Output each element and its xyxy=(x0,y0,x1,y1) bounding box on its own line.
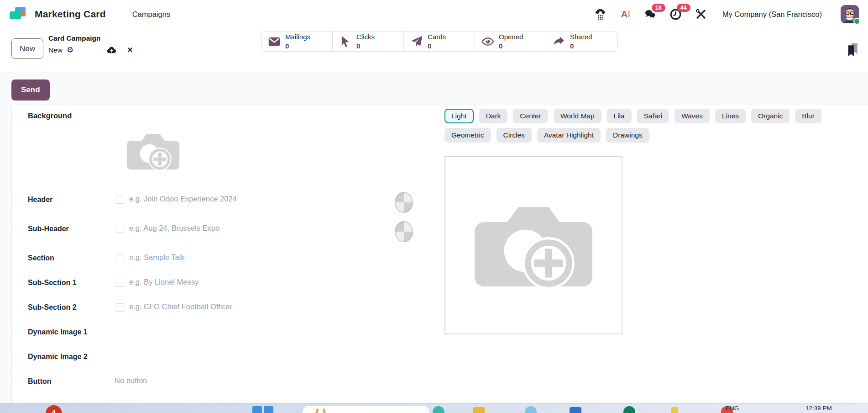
activity-clock-icon[interactable]: 44 xyxy=(669,8,682,21)
stat-button-clicks[interactable]: Clicks0 xyxy=(333,32,404,51)
field-row-sub-section-2: Sub-Section 2e.g. CFO Chief Football Off… xyxy=(28,302,439,327)
marketing-card-app-icon[interactable] xyxy=(9,6,27,22)
discard-x-icon[interactable]: ✕ xyxy=(127,46,133,54)
sub-section-2-input[interactable]: e.g. CFO Chief Football Officer xyxy=(129,302,232,311)
card-preview[interactable] xyxy=(444,156,622,334)
style-option-waves[interactable]: Waves xyxy=(675,109,710,123)
header-label: Header xyxy=(28,195,115,204)
sub-section-1-checkbox[interactable] xyxy=(116,279,124,287)
style-option-geometric[interactable]: Geometric xyxy=(444,128,491,143)
dynamic-image-2-label: Dynamic Image 2 xyxy=(28,352,115,361)
field-row-sub-section-1: Sub-Section 1e.g. By Lionel Messy xyxy=(28,278,439,302)
stat-label: Clicks xyxy=(356,32,375,42)
style-option-blur[interactable]: Blur xyxy=(795,109,821,123)
background-field-label: Background xyxy=(28,111,72,120)
section-label: Section xyxy=(28,253,115,262)
activity-badge: 44 xyxy=(677,4,690,12)
header-input[interactable]: e.g. Join Odoo Experience 2024 xyxy=(129,195,237,203)
stat-label: Shared xyxy=(570,32,592,42)
search-decor-icon-2 xyxy=(323,408,327,413)
field-row-button: ButtonNo button xyxy=(28,376,439,401)
sub-section-1-input[interactable]: e.g. By Lionel Messy xyxy=(129,278,199,286)
share-arrow-icon xyxy=(553,35,565,48)
taskbar-app-blue-icon[interactable] xyxy=(525,406,537,413)
menu-campaigns[interactable]: Campaigns xyxy=(132,10,170,19)
bookmark-icon[interactable] xyxy=(845,42,860,60)
style-option-lila[interactable]: Lila xyxy=(607,109,632,123)
stat-value: 0 xyxy=(285,42,310,51)
taskbar-app-green-icon[interactable] xyxy=(623,406,635,413)
style-option-drawings[interactable]: Drawings xyxy=(606,128,649,143)
style-option-organic[interactable]: Organic xyxy=(751,109,790,123)
field-row-header: Headere.g. Join Odoo Experience 2024 xyxy=(28,195,439,224)
sub-section-2-checkbox[interactable] xyxy=(116,303,124,312)
nav-left: Marketing Card Campaigns xyxy=(9,6,170,22)
taskbar-clock[interactable]: 12:39 PM xyxy=(805,405,832,412)
company-switcher[interactable]: My Company (San Francisco) xyxy=(722,10,822,19)
main-content: Send Background Headere.g. Join Odoo Exp… xyxy=(0,74,868,403)
taskbar-app-navy-icon[interactable] xyxy=(570,407,581,413)
cloud-save-icon[interactable] xyxy=(106,45,117,55)
stat-label: Mailings xyxy=(285,32,310,42)
tools-icon[interactable] xyxy=(695,8,707,21)
stat-buttons: Mailings0Clicks0Cards0Opened0Shared0 xyxy=(261,31,618,52)
sub-header-input[interactable]: e.g. Aug 24, Brussels Expo xyxy=(129,224,220,233)
new-button[interactable]: New xyxy=(11,38,43,59)
sub-header-checkbox[interactable] xyxy=(116,225,124,233)
form-fields: Headere.g. Join Odoo Experience 2024Sub-… xyxy=(28,195,439,401)
style-options: LightDarkCenterWorld MapLilaSafariWavesL… xyxy=(444,109,838,143)
style-option-circles[interactable]: Circles xyxy=(497,128,532,143)
section-input[interactable]: e.g. Sample Talk xyxy=(129,253,185,262)
field-row-dynamic-image-1: Dynamic Image 1 xyxy=(28,327,439,352)
gear-icon[interactable]: ⚙ xyxy=(67,46,73,54)
windows-start-icon-2[interactable] xyxy=(264,406,273,413)
field-row-dynamic-image-2: Dynamic Image 2 xyxy=(28,352,439,376)
windows-start-icon[interactable] xyxy=(252,406,262,413)
card-design-column: LightDarkCenterWorld MapLilaSafariWavesL… xyxy=(444,109,846,334)
envelope-icon xyxy=(268,35,281,48)
sub-header-color-picker[interactable] xyxy=(395,221,413,242)
button-value[interactable]: No button xyxy=(115,376,147,385)
section-checkbox[interactable] xyxy=(116,254,124,262)
stat-label: Opened xyxy=(499,32,523,42)
phone-icon[interactable] xyxy=(594,8,607,21)
stat-button-cards[interactable]: Cards0 xyxy=(404,32,475,51)
field-row-sub-header: Sub-Headere.g. Aug 24, Brussels Expo xyxy=(28,224,439,253)
header-checkbox[interactable] xyxy=(116,196,124,204)
background-upload-camera-icon[interactable] xyxy=(122,128,184,175)
field-row-section: Sectione.g. Sample Talk xyxy=(28,253,439,278)
chat-icon[interactable]: 18 xyxy=(644,8,657,21)
stat-value: 0 xyxy=(570,42,592,51)
style-option-dark[interactable]: Dark xyxy=(479,109,508,123)
taskbar-language[interactable]: ENG xyxy=(726,405,739,412)
stat-value: 0 xyxy=(428,42,446,51)
taskbar-search-box[interactable] xyxy=(303,406,429,413)
style-option-lines[interactable]: Lines xyxy=(715,109,746,123)
stat-button-mailings[interactable]: Mailings0 xyxy=(261,32,333,51)
ai-icon[interactable]: AI xyxy=(619,8,632,21)
taskbar-app-yellow-icon[interactable] xyxy=(671,407,678,413)
send-button[interactable]: Send xyxy=(11,79,50,101)
user-avatar[interactable] xyxy=(841,5,859,23)
taskbar-app-teal-icon[interactable] xyxy=(433,406,444,413)
chat-badge: 18 xyxy=(652,4,665,12)
stat-button-shared[interactable]: Shared0 xyxy=(546,32,617,51)
taskbar-folder-icon[interactable] xyxy=(473,407,485,413)
sub-section-2-label: Sub-Section 2 xyxy=(28,302,115,312)
taskbar-notification-badge[interactable]: 4 xyxy=(46,405,62,413)
style-option-world-map[interactable]: World Map xyxy=(554,109,601,123)
stat-button-opened[interactable]: Opened0 xyxy=(475,32,546,51)
style-option-light[interactable]: Light xyxy=(444,109,474,123)
style-option-center[interactable]: Center xyxy=(513,109,548,123)
style-option-safari[interactable]: Safari xyxy=(637,109,669,123)
stat-label: Cards xyxy=(428,32,446,42)
sub-header-label: Sub-Header xyxy=(28,224,115,233)
header-color-picker[interactable] xyxy=(395,192,413,213)
control-panel: New Card Campaign New ⚙ ✕ Mailings0Click… xyxy=(0,28,868,73)
breadcrumb: Card Campaign New ⚙ ✕ xyxy=(48,34,133,55)
nav-right: AI 18 44 My Company (San Francisco) xyxy=(594,5,859,23)
cursor-icon xyxy=(339,35,352,48)
breadcrumb-record-name: New xyxy=(48,46,63,54)
style-option-avatar-highlight[interactable]: Avatar Highlight xyxy=(537,128,601,143)
breadcrumb-title[interactable]: Card Campaign xyxy=(48,34,133,42)
